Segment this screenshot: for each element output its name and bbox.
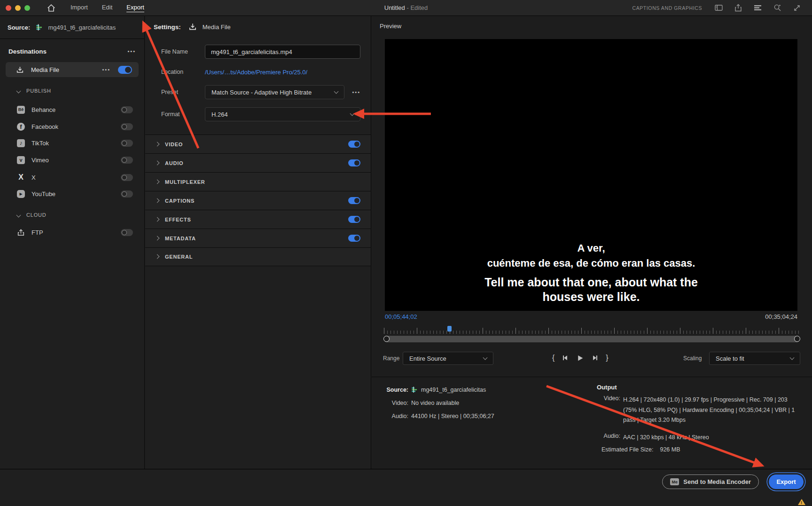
video-preview[interactable]: A ver, cuénteme de esa, de cómo eran las… — [385, 39, 797, 311]
destinations-title: Destinations — [8, 48, 47, 55]
home-icon[interactable] — [47, 4, 55, 12]
media-encoder-icon: Me — [670, 478, 679, 485]
playhead-marker[interactable] — [447, 326, 452, 332]
audio-toggle[interactable] — [348, 159, 360, 166]
scaling-dropdown[interactable]: Scale to fit — [709, 352, 800, 365]
location-link[interactable]: /Users/…ts/Adobe/Premiere Pro/25.0/ — [205, 69, 307, 76]
captions-toggle[interactable] — [348, 197, 360, 204]
media-download-icon — [181, 23, 203, 31]
file-name-input[interactable] — [205, 45, 360, 59]
output-audio-value: AAC | 320 kbps | 48 kHz | Stereo — [623, 433, 799, 443]
chevron-right-icon — [155, 160, 160, 165]
tiktok-toggle[interactable] — [121, 140, 133, 147]
timeline-ruler[interactable] — [384, 326, 800, 334]
section-captions[interactable]: CAPTIONS — [145, 191, 371, 210]
tab-import[interactable]: Import — [70, 4, 88, 12]
info-video-row: Video: No video available — [372, 400, 459, 406]
sidebar-item-facebook[interactable]: f Facebook — [0, 118, 144, 135]
ftp-toggle[interactable] — [121, 229, 133, 236]
sidebar-item-vimeo[interactable]: v Vimeo — [0, 151, 144, 168]
source-label: Source: — [8, 24, 30, 31]
output-title: Output — [597, 384, 617, 391]
play-button[interactable] — [576, 354, 584, 362]
facebook-toggle[interactable] — [121, 123, 133, 130]
fullscreen-icon[interactable] — [793, 4, 801, 12]
section-label: MULTIPLEXER — [165, 179, 205, 185]
section-audio[interactable]: AUDIO — [145, 153, 371, 172]
zoom-search-icon[interactable] — [773, 4, 781, 12]
output-video-value: H.264 | 720x480 (1.0) | 29.97 fps | Prog… — [623, 395, 799, 426]
step-back-button[interactable] — [562, 354, 569, 362]
workspace-label[interactable]: CAPTIONS AND GRAPHICS — [632, 5, 702, 11]
sidebar-item-ftp[interactable]: FTP — [0, 224, 144, 241]
sidebar-item-media-file[interactable]: Media File ••• — [6, 62, 139, 77]
zoom-window-button[interactable] — [24, 5, 30, 11]
info-source-name: mg491_t6_garciafelicitas — [421, 387, 486, 393]
tab-export[interactable]: Export — [126, 4, 144, 12]
video-toggle[interactable] — [348, 141, 360, 148]
effects-toggle[interactable] — [348, 216, 360, 223]
info-source-row: Source: mg491_t6_garciafelicitas — [372, 386, 486, 393]
media-file-toggle[interactable] — [118, 66, 132, 74]
file-name-row: File Name — [161, 45, 360, 59]
behance-toggle[interactable] — [121, 106, 133, 113]
chevron-down-icon — [334, 89, 339, 94]
section-label: EFFECTS — [165, 217, 191, 222]
destination-label: Behance — [31, 106, 55, 113]
location-row: Location /Users/…ts/Adobe/Premiere Pro/2… — [161, 65, 360, 79]
range-out-handle[interactable] — [794, 336, 800, 342]
x-toggle[interactable] — [121, 174, 133, 181]
minimize-window-button[interactable] — [15, 5, 21, 11]
section-multiplexer[interactable]: MULTIPLEXER — [145, 172, 371, 191]
caption-line: houses were like. — [385, 290, 797, 304]
output-estimate-row: Estimated File Size: 926 MB — [601, 446, 680, 453]
format-dropdown[interactable]: H.264 — [205, 107, 360, 121]
section-general[interactable]: GENERAL — [145, 247, 371, 266]
format-row: Format H.264 — [161, 107, 360, 121]
sidebar-item-tiktok[interactable]: ♪ TikTok — [0, 134, 144, 151]
workspaces-icon[interactable] — [754, 4, 762, 11]
info-audio-row: Audio: 44100 Hz | Stereo | 00;35;06;27 — [372, 413, 494, 419]
sidebar-item-youtube[interactable]: ▶ YouTube — [0, 185, 144, 202]
send-to-media-encoder-button[interactable]: Me Send to Media Encoder — [662, 474, 759, 489]
send-button-label: Send to Media Encoder — [683, 478, 751, 485]
export-button[interactable]: Export — [769, 474, 804, 489]
vimeo-toggle[interactable] — [121, 157, 133, 164]
window-title: Untitled - Edited — [384, 4, 428, 11]
range-in-handle[interactable] — [383, 336, 390, 342]
upload-icon — [17, 229, 25, 237]
section-video[interactable]: VIDEO — [145, 134, 371, 153]
preset-dropdown[interactable]: Match Source - Adaptive High Bitrate — [205, 85, 344, 99]
tab-edit[interactable]: Edit — [102, 4, 112, 12]
output-audio-label: Audio: — [597, 433, 620, 443]
settings-sections: VIDEO AUDIO MULTIPLEXER CAPTIONS EFFECTS… — [145, 134, 371, 266]
set-out-point-button[interactable]: } — [606, 354, 608, 362]
destination-label: X — [31, 174, 36, 181]
youtube-toggle[interactable] — [121, 190, 133, 198]
range-dropdown[interactable]: Entire Source — [403, 352, 493, 365]
publish-group-header[interactable]: PUBLISH — [17, 84, 136, 97]
close-window-button[interactable] — [6, 5, 11, 11]
cloud-group-header[interactable]: CLOUD — [17, 208, 136, 221]
step-forward-button[interactable] — [591, 354, 599, 362]
mode-tabs: Import Edit Export — [70, 4, 144, 12]
sidebar-item-x[interactable]: X X — [0, 169, 144, 186]
settings-label: Settings: — [154, 24, 181, 31]
metadata-toggle[interactable] — [348, 235, 360, 242]
section-metadata[interactable]: METADATA — [145, 229, 371, 247]
section-effects[interactable]: EFFECTS — [145, 210, 371, 229]
destinations-header: Destinations ••• — [8, 44, 136, 58]
file-name-label: File Name — [161, 48, 205, 55]
format-label: Format — [161, 111, 205, 118]
media-download-icon — [16, 66, 24, 74]
panel-icon[interactable] — [715, 4, 723, 11]
share-icon[interactable] — [734, 4, 742, 12]
preset-more-icon[interactable]: ••• — [352, 89, 360, 95]
media-file-more-icon[interactable]: ••• — [102, 67, 110, 72]
set-in-point-button[interactable]: { — [552, 354, 554, 362]
chevron-right-icon — [155, 236, 160, 240]
destinations-more-icon[interactable]: ••• — [127, 48, 136, 54]
warning-icon[interactable] — [798, 499, 805, 505]
sidebar-item-behance[interactable]: Bē Behance — [0, 101, 144, 118]
range-bar[interactable] — [384, 336, 800, 342]
